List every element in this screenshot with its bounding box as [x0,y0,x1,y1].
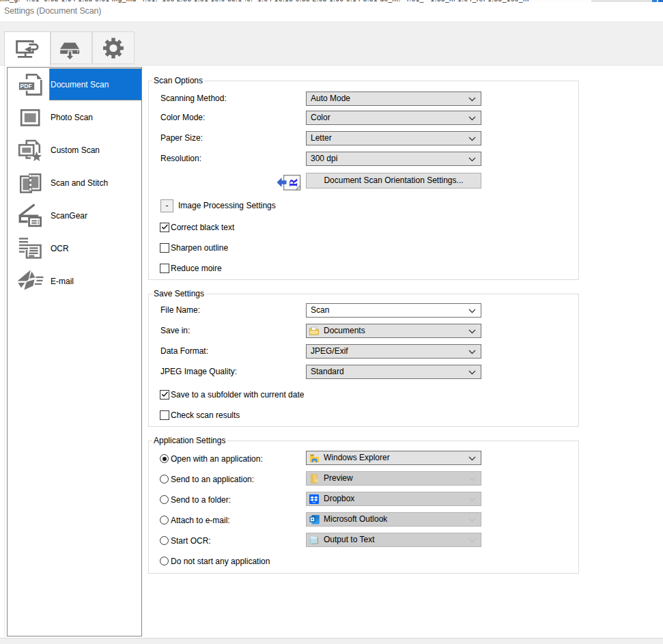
svg-text:PDF: PDF [20,83,32,89]
svg-text:R: R [287,178,300,187]
